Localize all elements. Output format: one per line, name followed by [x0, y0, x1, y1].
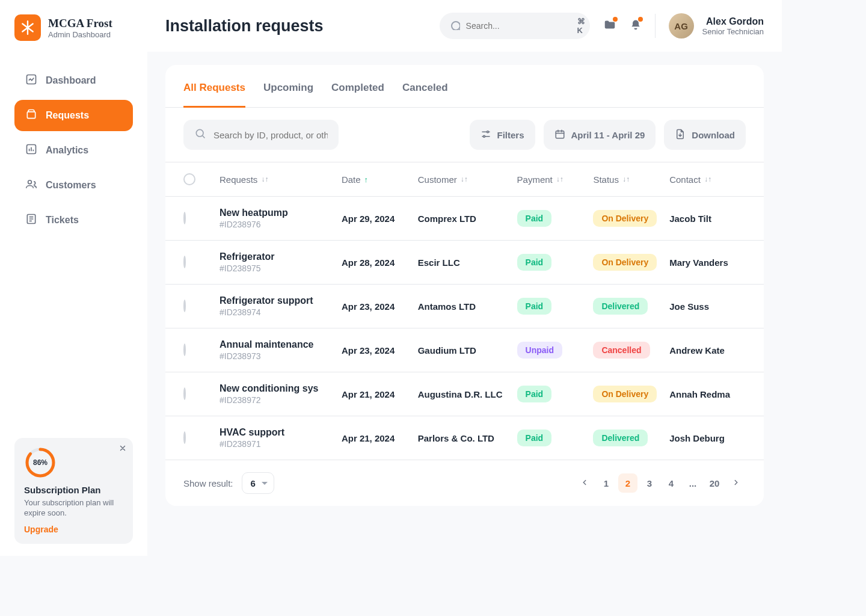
chevron-left-icon	[580, 478, 589, 488]
row-radio[interactable]	[183, 387, 186, 400]
download-icon	[675, 129, 686, 141]
search-icon	[449, 19, 460, 32]
download-button[interactable]: Download	[664, 120, 746, 150]
request-customer: Comprex LTD	[418, 214, 517, 224]
brand-subtitle: Admin Dashboard	[48, 30, 112, 39]
request-date: Apr 23, 2024	[342, 345, 418, 356]
table-row[interactable]: New heatpump #ID238976 Apr 29, 2024 Comp…	[165, 197, 764, 241]
row-radio[interactable]	[183, 212, 186, 224]
analytics-icon	[25, 143, 37, 158]
column-requests[interactable]: Requests↓↑	[220, 174, 342, 185]
sidebar-item-label: Dashboard	[46, 75, 96, 86]
column-date[interactable]: Date↑	[342, 174, 418, 185]
brand-name: MCGA Frost	[48, 17, 112, 30]
snowflake-icon	[14, 14, 41, 41]
tab-upcoming[interactable]: Upcoming	[263, 82, 313, 107]
notification-dot	[638, 17, 643, 22]
folder-icon[interactable]	[603, 18, 616, 34]
user-role: Senior Technician	[702, 27, 764, 36]
tab-completed[interactable]: Completed	[331, 82, 384, 107]
global-search[interactable]: ⌘ K	[440, 13, 590, 39]
sidebar-item-tickets[interactable]: Tickets	[14, 205, 133, 236]
row-radio[interactable]	[183, 256, 186, 268]
upgrade-link[interactable]: Upgrade	[24, 525, 123, 534]
show-result-label: Show result:	[183, 478, 233, 488]
page-1[interactable]: 1	[597, 473, 616, 493]
sort-asc-icon: ↑	[364, 175, 369, 184]
request-contact: Andrew Kate	[669, 345, 746, 356]
table-row[interactable]: Refrigerator #ID238975 Apr 28, 2024 Esci…	[165, 241, 764, 285]
tickets-icon	[25, 213, 37, 227]
row-radio[interactable]	[183, 431, 186, 444]
sidebar-item-label: Customers	[46, 180, 96, 191]
daterange-label: April 11 - April 29	[571, 130, 645, 140]
svg-point-10	[483, 135, 485, 137]
table-row[interactable]: Annual maintenance #ID238973 Apr 23, 202…	[165, 328, 764, 372]
sort-icon: ↓↑	[556, 175, 564, 183]
sliders-icon	[481, 129, 491, 141]
user-name: Alex Gordon	[702, 16, 764, 27]
tabs: All RequestsUpcomingCompletedCanceled	[165, 65, 764, 108]
status-badge: Delivered	[593, 298, 648, 315]
chevron-right-icon	[732, 478, 740, 488]
request-title: Refrigerator	[220, 251, 342, 262]
page-2[interactable]: 2	[618, 473, 637, 493]
page-ellipsis: ...	[683, 473, 702, 493]
sidebar-item-dashboard[interactable]: Dashboard	[14, 65, 133, 96]
table-row[interactable]: New conditioning sys #ID238972 Apr 21, 2…	[165, 372, 764, 416]
sidebar-item-customers[interactable]: Customers	[14, 170, 133, 201]
user-menu[interactable]: AG Alex Gordon Senior Technician	[669, 13, 764, 38]
daterange-button[interactable]: April 11 - April 29	[544, 120, 656, 150]
page-4[interactable]: 4	[662, 473, 681, 493]
search-input[interactable]	[466, 21, 571, 31]
request-id: #ID238972	[220, 395, 342, 405]
request-date: Apr 28, 2024	[342, 257, 418, 268]
request-contact: Annah Redma	[669, 389, 746, 399]
table-row[interactable]: HVAC support #ID238971 Apr 21, 2024 Parl…	[165, 416, 764, 460]
request-date: Apr 21, 2024	[342, 389, 418, 399]
row-radio[interactable]	[183, 300, 186, 312]
calendar-icon	[554, 129, 565, 141]
request-contact: Josh Deburg	[669, 433, 746, 443]
filters-button[interactable]: Filters	[470, 120, 535, 150]
request-customer: Parlors & Co. LTD	[418, 433, 517, 443]
row-radio[interactable]	[183, 343, 186, 356]
sort-icon: ↓↑	[622, 175, 630, 183]
request-title: Annual maintenance	[220, 339, 342, 350]
select-all-radio[interactable]	[183, 173, 195, 185]
sidebar-item-label: Tickets	[46, 215, 79, 226]
subscription-title: Subscription Plan	[24, 485, 123, 495]
tab-canceled[interactable]: Canceled	[402, 82, 448, 107]
status-badge: On Delivery	[593, 386, 657, 402]
pagination: 1234...20	[575, 473, 746, 493]
primary-nav: DashboardRequestsAnalyticsCustomersTicke…	[14, 65, 133, 236]
sort-icon: ↓↑	[461, 175, 468, 183]
next-page[interactable]	[726, 473, 746, 493]
request-customer: Augustina D.R. LLC	[418, 389, 517, 399]
payment-badge: Paid	[517, 430, 552, 446]
bell-icon[interactable]	[630, 18, 642, 34]
page-size-select[interactable]: 6	[242, 472, 274, 494]
prev-page[interactable]	[575, 473, 594, 493]
request-date: Apr 23, 2024	[342, 301, 418, 312]
sidebar-item-analytics[interactable]: Analytics	[14, 135, 133, 166]
request-title: New conditioning sys	[220, 383, 342, 394]
payment-badge: Paid	[517, 386, 552, 402]
toolbar: Filters April 11 - April 29 Download	[165, 108, 764, 162]
page-3[interactable]: 3	[640, 473, 659, 493]
column-contact[interactable]: Contact↓↑	[669, 174, 746, 185]
sidebar-item-requests[interactable]: Requests	[14, 100, 133, 131]
close-icon[interactable]	[118, 444, 127, 455]
tab-all-requests[interactable]: All Requests	[183, 82, 245, 108]
table-row[interactable]: Refrigerator support #ID238974 Apr 23, 2…	[165, 285, 764, 328]
table-search[interactable]	[183, 120, 339, 150]
column-customer[interactable]: Customer↓↑	[418, 174, 517, 185]
table-search-input[interactable]	[213, 130, 328, 140]
notification-dot	[613, 17, 618, 22]
column-status[interactable]: Status↓↑	[593, 174, 669, 185]
filters-label: Filters	[497, 130, 524, 140]
request-customer: Antamos LTD	[418, 301, 517, 312]
page-20[interactable]: 20	[705, 473, 724, 493]
payment-badge: Paid	[517, 298, 552, 315]
column-payment[interactable]: Payment↓↑	[517, 174, 594, 185]
